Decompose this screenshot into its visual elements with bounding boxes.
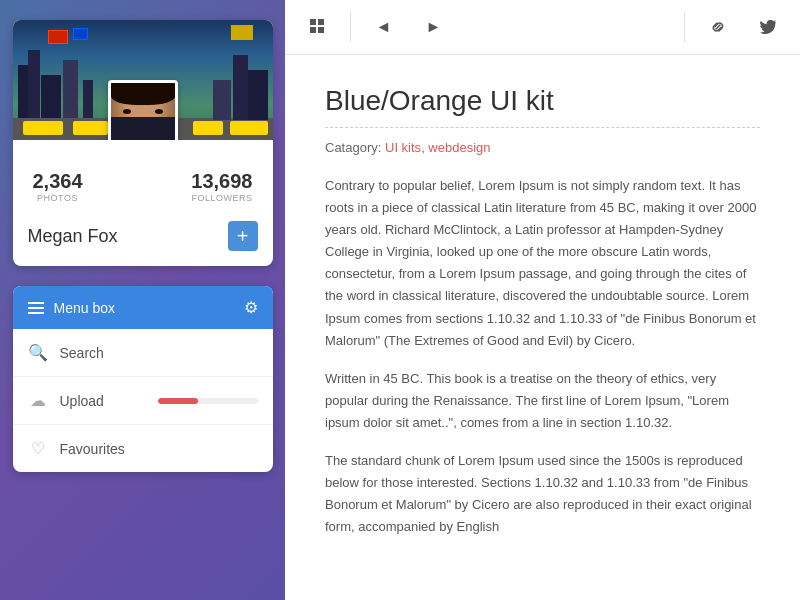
category-link-webdesign[interactable]: webdesign (428, 140, 490, 155)
hamburger-line-2 (28, 307, 44, 309)
link-button[interactable] (695, 5, 740, 50)
grid-button[interactable] (295, 5, 340, 50)
favourites-label: Favourites (60, 441, 258, 457)
upload-progress-fill (158, 398, 198, 404)
upload-progress (158, 398, 258, 404)
hamburger-icon[interactable] (28, 302, 44, 314)
menu-item-favourites[interactable]: ♡ Favourites (13, 425, 273, 472)
add-button[interactable]: + (228, 221, 258, 251)
article-paragraph-1: Contrary to popular belief, Lorem Ipsum … (325, 175, 760, 352)
menu-header-left: Menu box (28, 300, 115, 316)
photos-count: 2,364 (33, 170, 83, 193)
svg-rect-1 (318, 19, 324, 25)
toolbar-left: ◄ ► (295, 5, 456, 50)
article-divider (325, 127, 760, 128)
right-panel: ◄ ► Blue/Orange UI kit Catagory: (285, 0, 800, 600)
toolbar-divider-1 (350, 12, 351, 42)
toolbar-right (679, 5, 790, 50)
favourites-icon: ♡ (28, 439, 48, 458)
prev-button[interactable]: ◄ (361, 5, 406, 50)
search-label: Search (60, 345, 258, 361)
link-icon (709, 18, 727, 36)
top-toolbar: ◄ ► (285, 0, 800, 55)
hamburger-line-1 (28, 302, 44, 304)
profile-name-row: Megan Fox + (13, 213, 273, 266)
profile-banner (13, 20, 273, 140)
svg-rect-3 (318, 27, 324, 33)
upload-icon: ☁ (28, 391, 48, 410)
article-paragraph-2: Written in 45 BC. This book is a treatis… (325, 368, 760, 434)
profile-stats: 2,364 PHOTOS 13,698 FOLLOWERS (13, 150, 273, 213)
article-category: Catagory: UI kits, webdesign (325, 140, 760, 155)
article-content: Blue/Orange UI kit Catagory: UI kits, we… (285, 55, 800, 600)
followers-stat: 13,698 FOLLOWERS (191, 170, 252, 203)
followers-label: FOLLOWERS (191, 193, 252, 203)
toolbar-divider-2 (684, 12, 685, 42)
twitter-button[interactable] (745, 5, 790, 50)
twitter-icon (759, 18, 777, 36)
avatar (108, 80, 178, 140)
menu-title: Menu box (54, 300, 115, 316)
upload-label: Upload (60, 393, 146, 409)
menu-item-search[interactable]: 🔍 Search (13, 329, 273, 377)
category-link-uikits[interactable]: UI kits (385, 140, 421, 155)
hamburger-line-3 (28, 312, 44, 314)
article-paragraph-3: The standard chunk of Lorem Ipsum used s… (325, 450, 760, 538)
category-label: Catagory: (325, 140, 381, 155)
followers-count: 13,698 (191, 170, 252, 193)
gear-icon[interactable]: ⚙ (244, 298, 258, 317)
menu-item-upload[interactable]: ☁ Upload (13, 377, 273, 425)
photos-stat: 2,364 PHOTOS (33, 170, 83, 203)
article-body: Contrary to popular belief, Lorem Ipsum … (325, 175, 760, 538)
menu-box: Menu box ⚙ 🔍 Search ☁ Upload ♡ Favourite… (13, 286, 273, 472)
svg-rect-2 (310, 27, 316, 33)
profile-card: 2,364 PHOTOS 13,698 FOLLOWERS Megan Fox … (13, 20, 273, 266)
menu-header: Menu box ⚙ (13, 286, 273, 329)
left-panel: 2,364 PHOTOS 13,698 FOLLOWERS Megan Fox … (0, 0, 285, 600)
article-title: Blue/Orange UI kit (325, 85, 760, 117)
grid-icon (309, 18, 327, 36)
search-icon: 🔍 (28, 343, 48, 362)
photos-label: PHOTOS (33, 193, 83, 203)
next-button[interactable]: ► (411, 5, 456, 50)
profile-name: Megan Fox (28, 226, 118, 247)
svg-rect-0 (310, 19, 316, 25)
